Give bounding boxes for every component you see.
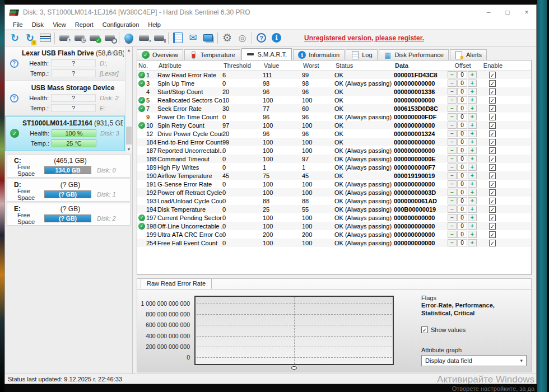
table-row-194[interactable]: 194Disk Temperature02555OK (Always passi…: [137, 205, 531, 213]
disk-card-usb-mass-storage-device[interactable]: ?USB Mass Storage DeviceHealth:?Disk: 2T…: [5, 81, 125, 116]
enable-checkbox[interactable]: ✓: [489, 130, 496, 137]
enable-checkbox[interactable]: ✓: [489, 147, 496, 154]
offset-minus-button[interactable]: −: [448, 239, 457, 246]
table-row-1[interactable]: ✓1Raw Read Error Rate611199OK000001FD43C…: [137, 71, 531, 79]
offset-minus-button[interactable]: −: [448, 164, 457, 171]
table-row-5[interactable]: ✓5Reallocated Sectors Co...10100100OK000…: [137, 96, 531, 104]
offset-plus-button[interactable]: +: [468, 122, 477, 129]
table-row-4[interactable]: 4Start/Stop Count209696OK000000001336−0+…: [137, 87, 531, 96]
enable-checkbox[interactable]: ✓: [489, 240, 496, 246]
log-notebook-button[interactable]: [170, 31, 185, 45]
sync-alert-button[interactable]: [22, 31, 38, 45]
offset-minus-button[interactable]: −: [448, 206, 457, 213]
enable-checkbox[interactable]: ✓: [489, 206, 496, 213]
offset-minus-button[interactable]: −: [448, 231, 457, 238]
column-header-threshold[interactable]: Threshold: [222, 62, 263, 69]
register-notice-link[interactable]: Unregistered version, please register.: [304, 34, 424, 42]
menu-item-view[interactable]: View: [48, 21, 71, 28]
table-row-9[interactable]: 9Power On Time Count09696OK (Always pass…: [137, 113, 531, 121]
offset-plus-button[interactable]: +: [468, 113, 477, 120]
table-row-189[interactable]: 189High Fly Writes011OK (Always passing)…: [137, 163, 531, 171]
offset-plus-button[interactable]: +: [468, 96, 477, 104]
column-header-worst[interactable]: Worst: [302, 62, 334, 69]
disk-clock-button[interactable]: [72, 31, 87, 45]
offset-minus-button[interactable]: −: [448, 122, 457, 129]
help-button[interactable]: [254, 31, 269, 45]
offset-plus-button[interactable]: +: [468, 214, 477, 221]
graph-tab-raw-read-error-rate[interactable]: Raw Read Error Rate: [141, 278, 212, 289]
disk-card-lexar-usb-flash-drive[interactable]: ?Lexar USB Flash Drive (58,6 GB)Disk: 1H…: [5, 46, 125, 81]
tab-overview[interactable]: Overview: [137, 49, 183, 60]
table-row-3[interactable]: ✓3Spin Up Time09898OK (Always passing)00…: [137, 79, 531, 87]
offset-minus-button[interactable]: −: [448, 130, 457, 137]
panel-button[interactable]: [38, 31, 53, 45]
disk-search-button[interactable]: [102, 31, 117, 45]
table-row-190[interactable]: 190Airflow Temperature457545OK0000191900…: [137, 171, 531, 180]
offset-plus-button[interactable]: +: [468, 222, 477, 230]
tab-alerts[interactable]: Alerts: [450, 49, 487, 60]
menu-item-file[interactable]: File: [8, 21, 27, 28]
enable-checkbox[interactable]: ✓: [489, 72, 496, 78]
offset-plus-button[interactable]: +: [468, 105, 477, 112]
enable-checkbox[interactable]: ✓: [489, 164, 496, 171]
enable-checkbox[interactable]: ✓: [489, 189, 496, 196]
volume-card-c[interactable]: C:(465,1 GB)Free Space134,0 GBDisk: 0: [7, 155, 131, 178]
table-row-10[interactable]: ✓10Spin Retry Count97100100OK00000000000…: [137, 121, 531, 129]
disk-gauge-button[interactable]: [57, 31, 72, 45]
offset-minus-button[interactable]: −: [448, 138, 457, 146]
volume-card-d[interactable]: D:(? GB)Free Space(? GB)Disk: 1: [7, 179, 131, 202]
enable-checkbox[interactable]: ✓: [489, 223, 496, 230]
offset-minus-button[interactable]: −: [448, 197, 457, 204]
table-row-184[interactable]: 184End-to-End Error Count99100100OK00000…: [137, 138, 531, 146]
table-row-188[interactable]: 188Command Timeout010097OK (Always passi…: [137, 155, 531, 163]
offset-plus-button[interactable]: +: [468, 180, 477, 188]
network-monitor-button[interactable]: [201, 31, 216, 45]
offset-minus-button[interactable]: −: [448, 155, 457, 162]
menu-item-disk[interactable]: Disk: [27, 21, 48, 28]
offset-minus-button[interactable]: −: [448, 113, 457, 120]
enable-checkbox[interactable]: ✓: [489, 114, 496, 120]
offset-plus-button[interactable]: +: [468, 155, 477, 162]
volume-card-e[interactable]: E:(? GB)Free Space(? GB)Disk: 2: [7, 203, 131, 226]
table-row-198[interactable]: ✓198Off-Line Uncorrectable ...0100100OK …: [137, 222, 531, 230]
offset-plus-button[interactable]: +: [468, 138, 477, 146]
offset-minus-button[interactable]: −: [448, 96, 457, 104]
disk-check-button[interactable]: [87, 31, 102, 45]
enable-checkbox[interactable]: ✓: [489, 214, 496, 221]
offset-plus-button[interactable]: +: [468, 239, 477, 246]
enable-checkbox[interactable]: ✓: [489, 181, 496, 188]
close-button[interactable]: ×: [517, 5, 536, 20]
mail-button[interactable]: [185, 31, 201, 45]
enable-checkbox[interactable]: ✓: [489, 105, 496, 112]
show-values-option[interactable]: ✓ Show values: [421, 326, 527, 333]
disk-connector-button[interactable]: [136, 31, 151, 45]
offset-minus-button[interactable]: −: [448, 88, 457, 95]
offset-minus-button[interactable]: −: [448, 189, 457, 196]
tab-log[interactable]: Log: [346, 49, 377, 60]
menu-item-help[interactable]: Help: [143, 21, 165, 28]
globe-disk-button[interactable]: [121, 31, 136, 45]
column-header-offset[interactable]: Offset: [445, 62, 479, 69]
sidebar-scrollbar[interactable]: ▲ ▼: [125, 46, 132, 153]
show-values-checkbox[interactable]: ✓: [421, 326, 428, 333]
column-header-status[interactable]: Status: [334, 62, 394, 69]
enable-checkbox[interactable]: ✓: [489, 122, 496, 129]
table-row-192[interactable]: 192Power off Retract Cycle ...0100100OK …: [137, 188, 531, 197]
table-row-191[interactable]: 191G-Sense Error Rate0100100OK (Always p…: [137, 180, 531, 188]
info-button[interactable]: [269, 31, 284, 45]
tab-information[interactable]: Information: [293, 49, 345, 60]
offset-plus-button[interactable]: +: [468, 147, 477, 154]
offset-plus-button[interactable]: +: [468, 197, 477, 204]
sound-button[interactable]: [235, 31, 250, 45]
column-header-enable[interactable]: Enable: [479, 62, 506, 69]
disk-card-st1000lm014-1ej164[interactable]: ✓ST1000LM014-1EJ164 (931,5 GB)Health:100…: [5, 116, 125, 151]
offset-plus-button[interactable]: +: [468, 71, 477, 78]
offset-minus-button[interactable]: −: [448, 147, 457, 154]
offset-plus-button[interactable]: +: [468, 189, 477, 196]
column-header-data[interactable]: Data: [394, 62, 445, 69]
offset-plus-button[interactable]: +: [468, 130, 477, 137]
table-row-187[interactable]: 187Reported Uncorrectabl...0100100OK (Al…: [137, 146, 531, 155]
menu-item-report[interactable]: Report: [71, 21, 98, 28]
enable-checkbox[interactable]: ✓: [489, 231, 496, 238]
table-row-199[interactable]: 199Ultra ATA CRC Error Co...0200200OK (A…: [137, 230, 531, 239]
